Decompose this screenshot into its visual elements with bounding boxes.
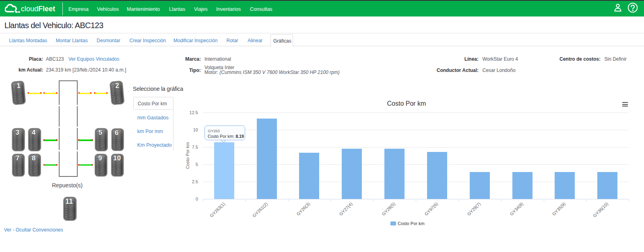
svg-text:5: 5	[98, 128, 102, 136]
svg-text:6: 6	[115, 129, 118, 137]
svg-text:10: 10	[113, 154, 121, 162]
svg-text:9: 9	[98, 154, 101, 162]
svg-text:11: 11	[65, 197, 73, 205]
svg-text:7: 7	[16, 154, 19, 162]
svg-text:2: 2	[115, 81, 120, 90]
svg-text:3: 3	[16, 128, 20, 136]
svg-text:4: 4	[32, 128, 36, 136]
svg-text:1: 1	[16, 81, 21, 90]
svg-text:8: 8	[32, 154, 35, 162]
